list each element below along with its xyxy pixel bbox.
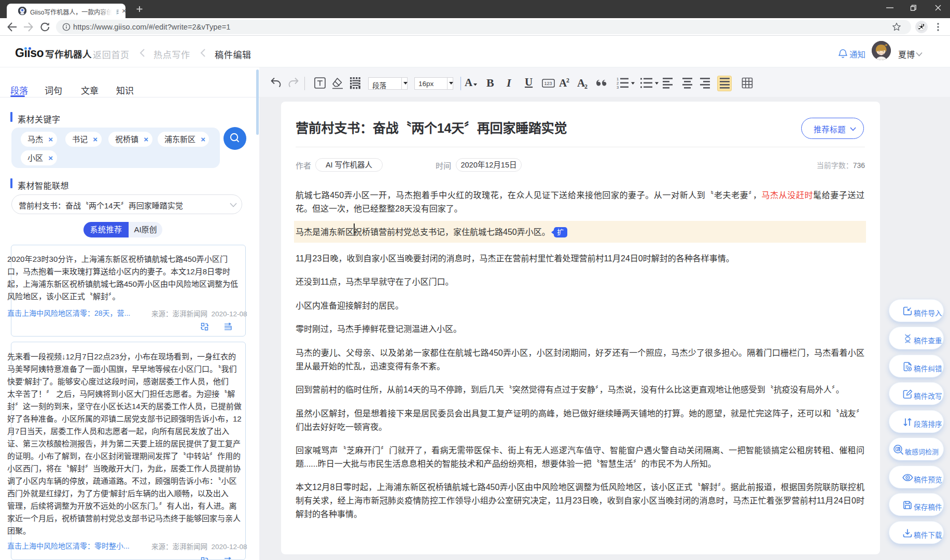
svg-text:词: 词 <box>897 447 900 451</box>
svg-text:I: I <box>506 76 512 89</box>
svg-text:2: 2 <box>584 83 588 90</box>
svg-text:U: U <box>525 76 533 88</box>
svg-text:2: 2 <box>566 77 569 84</box>
svg-text:B: B <box>486 76 494 89</box>
svg-text:3: 3 <box>617 85 619 90</box>
svg-text:123: 123 <box>544 81 552 86</box>
svg-text:A: A <box>465 76 473 89</box>
